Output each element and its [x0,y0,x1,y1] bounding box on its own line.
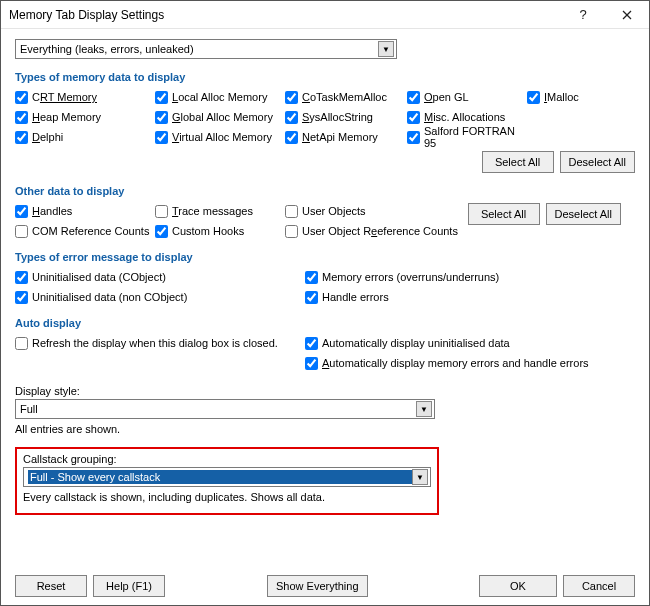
auto-display-grid: Refresh the display when this dialog box… [15,335,635,371]
chk-handleerrors[interactable]: Handle errors [305,289,585,305]
deselect-all-button-2[interactable]: Deselect All [546,203,621,225]
chk-refresh[interactable]: Refresh the display when this dialog box… [15,335,305,351]
display-style-label: Display style: [15,385,635,397]
memory-type-grid: CRT Memory Local Alloc Memory CoTaskMemA… [15,89,635,145]
section-types-memory: Types of memory data to display [15,71,635,83]
chk-netapi[interactable]: NetApi Memory [285,129,407,145]
ok-button[interactable]: OK [479,575,557,597]
show-everything-button[interactable]: Show Everything [267,575,368,597]
reset-button[interactable]: Reset [15,575,87,597]
chk-virtual[interactable]: Virtual Alloc Memory [155,129,285,145]
help-button[interactable]: Help (F1) [93,575,165,597]
chk-handles[interactable]: Handles [15,203,155,219]
chk-global[interactable]: Global Alloc Memory [155,109,285,125]
chk-auto-uninit[interactable]: Automatically display uninitialised data [305,335,625,351]
select-all-button-2[interactable]: Select All [468,203,540,225]
chevron-down-icon: ▼ [378,41,394,57]
callstack-label: Callstack grouping: [23,453,431,465]
chk-customhooks[interactable]: Custom Hooks [155,223,285,239]
titlebar-text: Memory Tab Display Settings [9,8,561,22]
chevron-down-icon: ▼ [416,401,432,417]
chk-memerrors[interactable]: Memory errors (overruns/underruns) [305,269,585,285]
section-auto-display: Auto display [15,317,635,329]
deselect-all-button-1[interactable]: Deselect All [560,151,635,173]
display-style-combo[interactable]: Full ▼ [15,399,435,419]
bottom-button-bar: Reset Help (F1) Show Everything OK Cance… [15,563,635,597]
section-error-types: Types of error message to display [15,251,635,263]
all-entries-text: All entries are shown. [15,423,635,435]
dialog-window: Memory Tab Display Settings ? Everything… [0,0,650,606]
help-icon[interactable]: ? [561,1,605,29]
chk-cotask[interactable]: CoTaskMemAlloc [285,89,407,105]
chk-comref[interactable]: COM Reference Counts [15,223,155,239]
main-filter-combo[interactable]: Everything (leaks, errors, unleaked) ▼ [15,39,397,59]
callstack-highlight: Callstack grouping: Full - Show every ca… [15,447,439,515]
display-style-value: Full [20,403,38,415]
chk-userobjref[interactable]: User Object Reeference Counts [285,223,525,239]
chk-crt[interactable]: CRT Memory [15,89,155,105]
select-all-button-1[interactable]: Select All [482,151,554,173]
chk-delphi[interactable]: Delphi [15,129,155,145]
chk-opengl[interactable]: Open GL [407,89,527,105]
chk-sysalloc[interactable]: SysAllocString [285,109,407,125]
close-icon[interactable] [605,1,649,29]
titlebar: Memory Tab Display Settings ? [1,1,649,29]
cancel-button[interactable]: Cancel [563,575,635,597]
chk-heap[interactable]: Heap Memory [15,109,155,125]
chk-auto-memerr[interactable]: Automatically display memory errors and … [305,355,625,371]
callstack-value: Full - Show every callstack [28,470,412,484]
chk-uninit-cobj[interactable]: Uninitialised data (CObject) [15,269,305,285]
chk-uninit-noncobj[interactable]: Uninitialised data (non CObject) [15,289,305,305]
error-types-grid: Uninitialised data (CObject) Memory erro… [15,269,635,305]
chevron-down-icon: ▼ [412,469,428,485]
chk-trace[interactable]: Trace messages [155,203,285,219]
callstack-desc: Every callstack is shown, including dupl… [23,491,431,503]
callstack-combo[interactable]: Full - Show every callstack ▼ [23,467,431,487]
dialog-content: Everything (leaks, errors, unleaked) ▼ T… [1,29,649,605]
main-filter-value: Everything (leaks, errors, unleaked) [20,43,194,55]
chk-imalloc[interactable]: IMalloc [527,89,617,105]
chk-salford[interactable]: Salford FORTRAN 95 [407,129,527,145]
chk-local[interactable]: Local Alloc Memory [155,89,285,105]
chk-misc[interactable]: Misc. Allocations [407,109,527,125]
section-other-data: Other data to display [15,185,635,197]
